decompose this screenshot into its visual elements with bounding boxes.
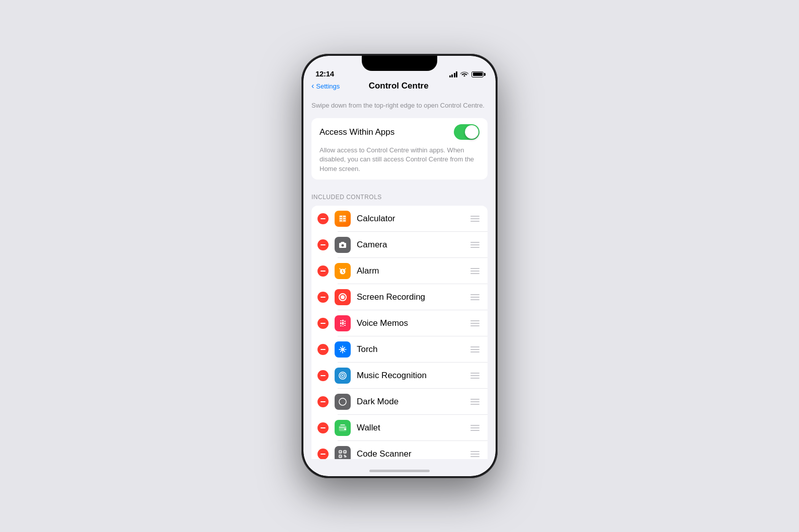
app-icon-code-scanner (335, 446, 351, 459)
item-label-camera: Camera (357, 240, 462, 250)
item-label-voice-memos: Voice Memos (357, 318, 462, 328)
svg-point-11 (341, 295, 345, 299)
list-item-music-recognition: Music Recognition (311, 363, 488, 389)
app-icon-calculator (335, 211, 351, 227)
svg-rect-31 (340, 452, 341, 453)
remove-btn-camera[interactable] (317, 239, 329, 250)
drag-handle-dark-mode[interactable] (468, 397, 482, 407)
list-item-alarm: Alarm (311, 258, 488, 284)
toggle-label: Access Within Apps (319, 127, 394, 137)
toggle-description: Allow access to Control Centre within ap… (311, 146, 488, 180)
access-within-apps-card: Access Within Apps Allow access to Contr… (311, 118, 488, 180)
signal-icon (449, 71, 458, 77)
remove-btn-code-scanner[interactable] (317, 449, 329, 459)
app-icon-music-recognition (335, 368, 351, 384)
svg-point-21 (341, 348, 344, 351)
item-label-torch: Torch (357, 344, 462, 354)
svg-rect-14 (344, 321, 346, 322)
item-label-screen-recording: Screen Recording (357, 292, 462, 302)
svg-rect-5 (340, 220, 342, 221)
remove-btn-dark-mode[interactable] (317, 396, 329, 407)
app-icon-wallet (335, 420, 351, 436)
svg-rect-32 (345, 452, 346, 453)
toggle-knob (465, 125, 478, 139)
app-icon-screen-recording (335, 289, 351, 305)
item-label-wallet: Wallet (357, 423, 462, 433)
app-icon-camera (335, 237, 351, 253)
phone-inner: 12:14 (303, 56, 496, 476)
page-title: Control Centre (309, 81, 488, 91)
list-item-screen-recording: Screen Recording (311, 284, 488, 310)
svg-rect-19 (342, 326, 344, 326)
wifi-icon (460, 70, 468, 78)
toggle-row: Access Within Apps (311, 118, 488, 146)
svg-rect-18 (340, 325, 342, 326)
remove-btn-wallet[interactable] (317, 422, 329, 433)
svg-rect-4 (343, 218, 346, 219)
svg-rect-27 (344, 428, 346, 430)
list-item-voice-memos: Voice Memos (311, 310, 488, 336)
list-item-calculator: Calculator (311, 206, 488, 232)
svg-rect-20 (344, 325, 346, 326)
app-icon-torch (335, 341, 351, 358)
svg-point-25 (339, 398, 346, 405)
remove-btn-alarm[interactable] (317, 265, 329, 277)
drag-handle-calculator[interactable] (468, 214, 482, 224)
list-item-camera: Camera (311, 232, 488, 258)
item-label-code-scanner: Code Scanner (357, 449, 462, 459)
remove-btn-voice-memos[interactable] (317, 318, 329, 329)
svg-rect-6 (343, 220, 346, 221)
svg-rect-17 (344, 323, 346, 324)
svg-rect-33 (340, 456, 341, 457)
list-item-dark-mode: Dark Mode (311, 389, 488, 415)
access-within-apps-toggle[interactable] (454, 124, 480, 140)
drag-handle-code-scanner[interactable] (468, 449, 482, 459)
home-bar (369, 470, 430, 472)
item-label-music-recognition: Music Recognition (357, 371, 462, 381)
item-label-calculator: Calculator (357, 214, 462, 224)
remove-btn-calculator[interactable] (317, 213, 329, 224)
drag-handle-camera[interactable] (468, 240, 482, 250)
list-item-wallet: Wallet (311, 415, 488, 441)
drag-handle-music-recognition[interactable] (468, 371, 482, 381)
svg-rect-1 (340, 216, 342, 217)
notch (362, 56, 437, 71)
drag-handle-wallet[interactable] (468, 423, 482, 433)
remove-btn-torch[interactable] (317, 344, 329, 355)
svg-rect-13 (342, 320, 344, 321)
svg-rect-3 (340, 218, 342, 219)
drag-handle-voice-memos[interactable] (468, 318, 482, 328)
top-description: Swipe down from the top-right edge to op… (303, 95, 496, 114)
item-label-dark-mode: Dark Mode (357, 397, 462, 407)
home-indicator (303, 459, 496, 476)
svg-rect-12 (340, 320, 342, 321)
phone-device: 12:14 (301, 54, 498, 478)
svg-point-24 (342, 375, 344, 376)
list-item-torch: Torch (311, 336, 488, 363)
svg-rect-16 (342, 322, 344, 325)
nav-bar: ‹ Settings Control Centre (303, 81, 496, 95)
svg-point-7 (342, 244, 344, 246)
app-icon-voice-memos (335, 315, 351, 331)
list-item-code-scanner: Code Scanner (311, 441, 488, 459)
svg-rect-15 (340, 322, 342, 324)
remove-btn-screen-recording[interactable] (317, 292, 329, 303)
item-label-alarm: Alarm (357, 266, 462, 276)
status-time: 12:14 (315, 69, 334, 78)
drag-handle-torch[interactable] (468, 344, 482, 354)
screen: 12:14 (303, 56, 496, 476)
status-icons (449, 70, 484, 78)
battery-icon (471, 71, 484, 77)
app-icon-dark-mode (335, 394, 351, 410)
remove-btn-music-recognition[interactable] (317, 370, 329, 381)
controls-list: Calculator Camera Alarm Screen Recording… (311, 206, 488, 459)
section-header: INCLUDED CONTROLS (303, 184, 496, 204)
app-icon-alarm (335, 263, 351, 279)
scroll-content[interactable]: Swipe down from the top-right edge to op… (303, 95, 496, 459)
drag-handle-alarm[interactable] (468, 266, 482, 276)
svg-rect-2 (343, 216, 346, 217)
drag-handle-screen-recording[interactable] (468, 292, 482, 302)
